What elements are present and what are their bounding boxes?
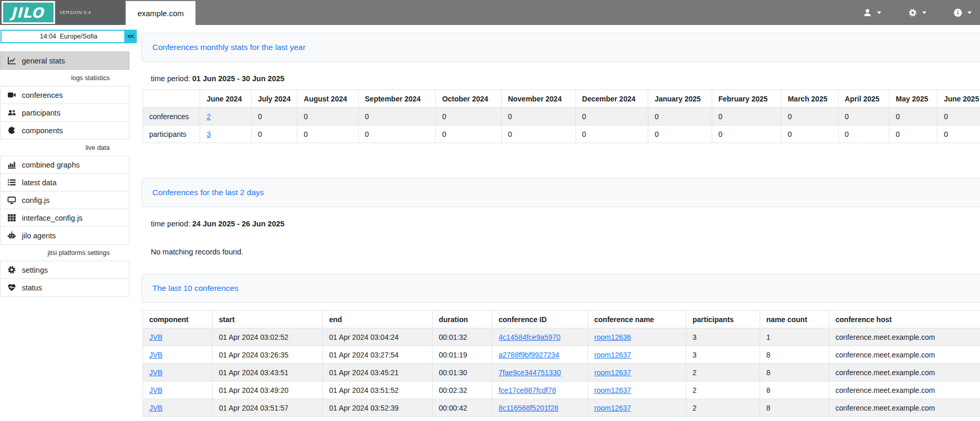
table-link[interactable]: 2 — [206, 112, 211, 121]
chevron-down-icon — [922, 11, 926, 14]
conference-cell: 2 — [686, 364, 760, 381]
sidebar-item-status[interactable]: status — [0, 278, 129, 297]
table-link[interactable]: 8c116568f5201f28 — [499, 404, 558, 412]
table-header-row: June 2024July 2024August 2024September 2… — [143, 90, 980, 108]
table-link[interactable]: JVB — [149, 386, 163, 394]
month-column-header: July 2024 — [251, 90, 297, 108]
table-link[interactable]: a2788f9bf9927234 — [499, 351, 559, 359]
conference-cell: 2 — [686, 381, 760, 399]
column-header: duration — [433, 311, 492, 328]
sidebar-item-label: settings — [22, 266, 48, 274]
clock-widget: 14:04 Europe/Sofia << — [1, 30, 137, 43]
section-title-last-2-days: Conferences for the last 2 days — [141, 178, 980, 207]
table-link[interactable]: fce17ce887fcdf78 — [499, 386, 556, 394]
table-row: participants3000000000000 — [143, 125, 980, 143]
header-brand-area: JILO VERSION 0.4 — [0, 0, 125, 25]
puzzle-icon — [7, 126, 16, 135]
column-header: participants — [686, 311, 760, 328]
stat-cell: 0 — [838, 108, 889, 125]
last-10-conferences-table: componentstartenddurationconference IDco… — [142, 310, 980, 417]
sidebar-item-latest-data[interactable]: latest data — [0, 173, 129, 192]
table-row: conferences2000000000000 — [143, 108, 980, 125]
table-link[interactable]: 4c14584fce9a5970 — [499, 333, 560, 341]
sidebar-item-jilo-agents[interactable]: jilo agents — [0, 226, 129, 245]
table-link[interactable]: room12637 — [594, 351, 631, 359]
table-link[interactable]: room12637 — [594, 404, 631, 412]
heart-pulse-icon — [7, 283, 16, 292]
users-icon — [7, 108, 16, 117]
corner-cell — [143, 90, 200, 108]
conference-cell: 00:00:42 — [433, 399, 492, 417]
stat-cell: 0 — [251, 108, 297, 125]
sidebar-item-settings[interactable]: settings — [0, 261, 129, 279]
stat-cell: 0 — [781, 108, 838, 125]
conference-cell: 4c14584fce9a5970 — [492, 328, 588, 346]
chevron-down-icon — [877, 11, 881, 14]
monthly-time-period: time period: 01 Jun 2025 - 30 Jun 2025 — [151, 74, 980, 83]
sidebar-item-combined-graphs[interactable]: combined graphs — [0, 156, 129, 174]
stat-cell: 0 — [251, 125, 297, 143]
month-column-header: March 2025 — [781, 90, 838, 108]
sidebar-item-label: general stats — [22, 57, 65, 65]
table-link[interactable]: room12637 — [594, 386, 631, 394]
info-menu[interactable] — [953, 8, 972, 17]
conference-cell: conference.meet.example.com — [829, 328, 980, 346]
stat-cell: 0 — [890, 108, 937, 125]
clock-time: 14:04 — [40, 33, 56, 40]
user-menu[interactable] — [863, 8, 881, 17]
month-column-header: April 2025 — [838, 90, 889, 108]
table-link[interactable]: 7fae9ce344751330 — [499, 368, 561, 377]
section-title-last-10-conferences: The last 10 conferences — [141, 274, 980, 303]
time-period-value: 24 Jun 2025 - 26 Jun 2025 — [192, 220, 284, 228]
stat-cell: 0 — [648, 108, 712, 125]
column-header: component — [143, 311, 213, 328]
conference-cell: JVB — [143, 328, 213, 346]
stat-cell: 0 — [358, 125, 436, 143]
conference-row: JVB01 Apr 2024 03:51:5701 Apr 2024 03:52… — [143, 399, 980, 417]
sidebar-item-participants[interactable]: participants — [0, 104, 129, 122]
gear-icon — [908, 8, 917, 17]
sidebar-section-label: logs statistics — [0, 70, 129, 86]
sidebar-collapse-button[interactable]: << — [124, 30, 137, 43]
platform-tab[interactable]: example.com — [126, 1, 195, 25]
table-link[interactable]: JVB — [149, 351, 163, 359]
table-link[interactable]: room12636 — [594, 333, 631, 341]
month-column-header: November 2024 — [501, 90, 576, 108]
table-link[interactable]: JVB — [149, 333, 163, 341]
section-title-monthly-stats: Conferences monthly stats for the last y… — [141, 33, 980, 62]
stat-cell: 0 — [890, 125, 937, 143]
stat-cell: 0 — [501, 125, 576, 143]
stat-cell: 0 — [937, 108, 980, 125]
conference-cell: 1 — [760, 328, 829, 346]
conference-cell: 01 Apr 2024 03:45:21 — [323, 364, 433, 381]
table-link[interactable]: 3 — [206, 130, 211, 138]
platform-tab-label: example.com — [137, 9, 184, 18]
table-link[interactable]: room12637 — [594, 368, 631, 377]
bar-chart-icon — [7, 160, 16, 169]
column-header: end — [323, 311, 433, 328]
table-link[interactable]: JVB — [149, 404, 163, 412]
settings-menu[interactable] — [908, 8, 926, 17]
conference-cell: 01 Apr 2024 03:51:52 — [323, 381, 433, 399]
section-title-text: The last 10 conferences — [152, 284, 238, 293]
table-link[interactable]: JVB — [149, 368, 163, 377]
row-label: participants — [143, 125, 200, 143]
sidebar-item-config-js[interactable]: config.js — [0, 191, 129, 209]
stat-cell: 0 — [712, 108, 781, 125]
sidebar-item-label: components — [22, 126, 63, 135]
conference-cell: conference.meet.example.com — [829, 346, 980, 364]
sidebar-item-interface-config-js[interactable]: interface_config.js — [0, 209, 129, 227]
sidebar: 14:04 Europe/Sofia << general statslogs … — [0, 25, 130, 421]
sidebar-item-conferences[interactable]: conferences — [0, 86, 129, 104]
stat-cell: 0 — [358, 108, 436, 125]
conference-row: JVB01 Apr 2024 03:02:5201 Apr 2024 03:04… — [143, 328, 980, 346]
conference-cell: room12637 — [588, 399, 686, 417]
month-column-header: August 2024 — [297, 90, 359, 108]
conference-cell: 01 Apr 2024 03:27:54 — [323, 346, 433, 364]
sidebar-item-components[interactable]: components — [0, 121, 129, 139]
sidebar-item-label: jilo agents — [22, 232, 56, 240]
sidebar-item-general-stats[interactable]: general stats — [0, 52, 129, 70]
chart-line-icon — [7, 56, 16, 65]
sidebar-menu: general statslogs statisticsconferencesp… — [0, 52, 129, 297]
sidebar-section-label: jitsi platforms settings — [0, 245, 129, 261]
